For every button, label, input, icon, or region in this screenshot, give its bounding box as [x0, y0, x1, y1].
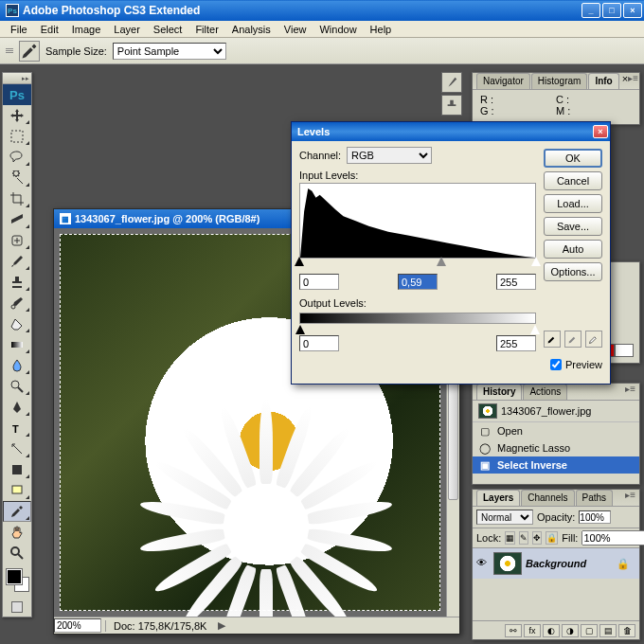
brush-tool[interactable]	[3, 251, 31, 272]
black-point-slider[interactable]	[295, 257, 304, 266]
menu-filter[interactable]: Filter	[188, 22, 224, 37]
group-icon[interactable]: ▢	[581, 624, 598, 637]
output-black-slider[interactable]	[295, 325, 305, 334]
stamp-tool[interactable]	[3, 272, 31, 293]
panel-menu-icon[interactable]: ▸≡	[625, 490, 635, 506]
lock-pixels-icon[interactable]: ✎	[519, 531, 528, 545]
opacity-input[interactable]	[579, 510, 611, 524]
tab-info[interactable]: Info	[588, 73, 618, 89]
standard-mode[interactable]	[11, 601, 23, 613]
menu-file[interactable]: File	[4, 22, 34, 37]
new-layer-icon[interactable]: ▤	[599, 624, 617, 637]
menu-analysis[interactable]: Analysis	[225, 22, 277, 37]
clone-panel-icon[interactable]	[441, 95, 462, 116]
tab-layers[interactable]: Layers	[476, 490, 520, 506]
output-white-slider[interactable]	[530, 325, 540, 334]
gradient-tool[interactable]	[3, 334, 31, 355]
input-white[interactable]	[496, 274, 536, 290]
layer-row-background[interactable]: 👁 Background 🔒	[473, 548, 639, 579]
output-black[interactable]	[299, 335, 339, 351]
input-black[interactable]	[299, 274, 339, 290]
history-brush-tool[interactable]	[3, 293, 31, 313]
panel-menu-icon[interactable]: ▸≡	[628, 73, 638, 89]
input-sliders[interactable]	[299, 259, 536, 268]
maximize-button[interactable]: □	[602, 3, 621, 18]
marquee-tool[interactable]	[3, 126, 31, 147]
history-item-open[interactable]: ▢ Open	[473, 422, 639, 439]
history-item-lasso[interactable]: ◯ Magnetic Lasso	[473, 439, 639, 456]
pen-tool[interactable]	[3, 397, 31, 418]
black-picker-icon[interactable]	[544, 331, 561, 348]
tab-navigator[interactable]: Navigator	[476, 73, 530, 89]
layer-name[interactable]: Background	[526, 558, 586, 569]
eyedropper-tool[interactable]	[3, 501, 31, 522]
layer-thumbnail[interactable]	[493, 552, 522, 575]
grip-icon[interactable]	[6, 48, 13, 53]
visibility-icon[interactable]: 👁	[476, 557, 490, 570]
tab-histogram[interactable]: Histogram	[531, 73, 588, 89]
layer-mask-icon[interactable]: ◐	[543, 624, 560, 637]
lasso-tool[interactable]	[3, 147, 31, 168]
gray-picker-icon[interactable]	[564, 331, 581, 348]
close-icon[interactable]: ×	[593, 125, 608, 138]
crop-tool[interactable]	[3, 188, 31, 209]
menu-layer[interactable]: Layer	[107, 22, 147, 37]
chevron-right-icon[interactable]: ▶	[218, 619, 225, 632]
history-item-inverse[interactable]: ▣ Select Inverse	[473, 456, 639, 474]
levels-titlebar[interactable]: Levels ×	[292, 122, 610, 141]
zoom-tool[interactable]	[3, 543, 31, 564]
trash-icon[interactable]: 🗑	[618, 624, 635, 637]
menu-help[interactable]: Help	[364, 22, 399, 37]
menu-edit[interactable]: Edit	[34, 22, 65, 37]
wand-tool[interactable]	[3, 168, 31, 188]
eraser-tool[interactable]	[3, 313, 31, 334]
save-button[interactable]: Save...	[544, 217, 602, 236]
heal-tool[interactable]	[3, 230, 31, 251]
fill-input[interactable]	[581, 530, 644, 546]
close-button[interactable]: ×	[623, 3, 642, 18]
preview-checkbox[interactable]	[550, 359, 562, 370]
menu-view[interactable]: View	[277, 22, 313, 37]
link-layers-icon[interactable]: ⚯	[505, 624, 522, 637]
tab-history[interactable]: History	[476, 384, 522, 400]
options-button[interactable]: Options...	[544, 262, 602, 281]
panel-menu-icon[interactable]: ▸≡	[625, 384, 635, 400]
cancel-button[interactable]: Cancel	[544, 171, 602, 190]
foreground-color[interactable]	[7, 569, 22, 584]
move-tool[interactable]	[3, 105, 31, 126]
menu-select[interactable]: Select	[147, 22, 189, 37]
adjustment-layer-icon[interactable]: ◑	[562, 624, 579, 637]
lock-all-icon[interactable]: 🔒	[546, 531, 558, 545]
auto-button[interactable]: Auto	[544, 240, 602, 259]
hand-tool[interactable]	[3, 522, 31, 543]
dodge-tool[interactable]	[3, 376, 31, 397]
tab-paths[interactable]: Paths	[576, 490, 614, 506]
output-gradient[interactable]	[299, 313, 536, 324]
notes-tool[interactable]	[3, 480, 31, 501]
white-picker-icon[interactable]	[585, 331, 602, 348]
zoom-input[interactable]	[54, 618, 101, 633]
history-source[interactable]: 1343067_flower.jpg	[473, 401, 639, 422]
white-point-slider[interactable]	[531, 257, 541, 266]
tab-actions[interactable]: Actions	[523, 384, 567, 400]
gamma-slider[interactable]	[437, 257, 446, 266]
input-gamma[interactable]	[398, 274, 438, 290]
path-tool[interactable]	[3, 438, 31, 459]
brush-panel-icon[interactable]	[441, 72, 462, 93]
minimize-button[interactable]: _	[581, 3, 600, 18]
toolbox-header[interactable]: ▸▸	[3, 73, 31, 84]
load-button[interactable]: Load...	[544, 194, 602, 213]
ok-button[interactable]: OK	[544, 149, 602, 168]
slice-tool[interactable]	[3, 209, 31, 230]
tool-preset-button[interactable]	[19, 41, 40, 62]
tab-channels[interactable]: Channels	[521, 490, 574, 506]
type-tool[interactable]: T	[3, 418, 31, 438]
menu-window[interactable]: Window	[313, 22, 363, 37]
blend-mode-select[interactable]: Normal	[476, 510, 533, 525]
lock-transparent-icon[interactable]: ▦	[505, 531, 515, 545]
menu-image[interactable]: Image	[65, 22, 108, 37]
layer-style-icon[interactable]: fx	[524, 624, 541, 637]
output-white[interactable]	[496, 335, 536, 351]
sample-size-select[interactable]: Point Sample	[113, 43, 226, 60]
channel-select[interactable]: RGB	[347, 147, 432, 164]
